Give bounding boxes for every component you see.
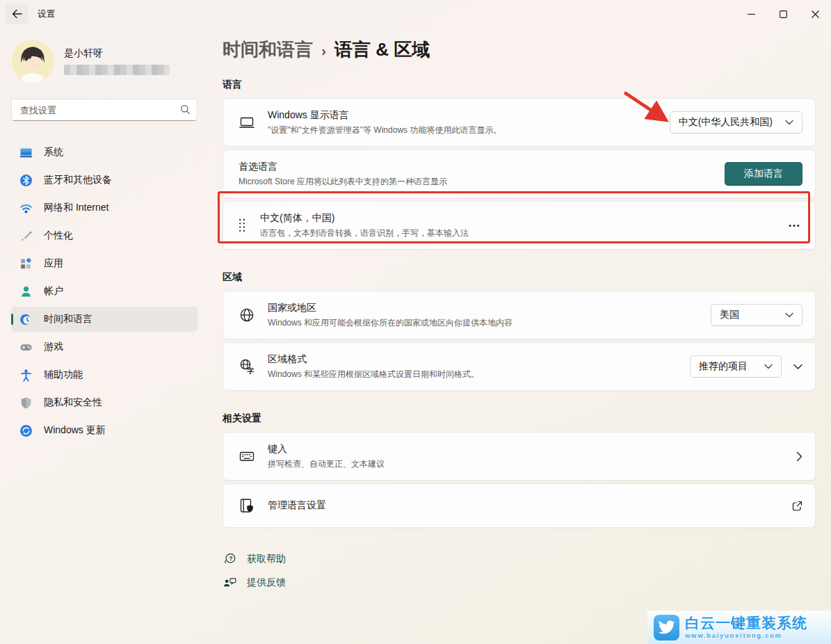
- back-arrow-icon: [12, 9, 22, 19]
- keyboard-icon: [239, 448, 257, 465]
- sidebar-item-label: 蓝牙和其他设备: [44, 174, 112, 186]
- display-language-value: 中文(中华人民共和国): [679, 116, 773, 129]
- display-icon: [239, 114, 257, 131]
- regional-format-card: 字 区域格式 Windows 和某些应用根据区域格式设置日期和时间格式。 推荐的…: [223, 342, 816, 391]
- preferred-language-card: 首选语言 Microsoft Store 应用将以此列表中支持的第一种语言显示 …: [223, 150, 816, 198]
- help-links: ? 获取帮助 提供反馈: [223, 552, 816, 590]
- chevron-down-icon: [764, 364, 773, 369]
- maximize-icon: [780, 10, 787, 18]
- breadcrumb: 时间和语言 › 语言 & 区域: [223, 38, 816, 62]
- search-icon: [180, 104, 191, 118]
- svg-text:?: ?: [229, 555, 233, 562]
- sidebar-item-system[interactable]: 系统: [11, 140, 197, 165]
- add-language-button[interactable]: 添加语言: [725, 162, 802, 186]
- admin-language-title: 管理语言设置: [268, 499, 784, 512]
- maximize-button[interactable]: [767, 0, 799, 28]
- close-icon: [812, 10, 819, 18]
- paintbrush-icon: [19, 230, 33, 243]
- breadcrumb-parent[interactable]: 时间和语言: [223, 38, 313, 62]
- typing-card[interactable]: 键入 拼写检查、自动更正、文本建议: [223, 432, 816, 481]
- twitter-bird-icon: [654, 615, 679, 641]
- get-help-link[interactable]: ? 获取帮助: [223, 552, 286, 566]
- language-item-title: 中文(简体，中国): [260, 212, 786, 225]
- sidebar-item-label: 系统: [44, 146, 63, 159]
- sidebar-item-label: 个性化: [44, 230, 73, 242]
- search-box: [11, 99, 197, 121]
- country-region-value: 美国: [720, 309, 739, 321]
- update-icon: [19, 424, 33, 437]
- sidebar-item-bluetooth-devices[interactable]: 蓝牙和其他设备: [11, 168, 197, 193]
- language-item-card[interactable]: 中文(简体，中国) 语言包，文本到语音转换，语音识别，手写，基本输入法: [223, 201, 816, 250]
- sidebar-item-gaming[interactable]: 游戏: [11, 335, 197, 360]
- display-language-title: Windows 显示语言: [268, 109, 670, 122]
- sidebar-item-label: 时间和语言: [44, 313, 92, 325]
- typing-subtitle: 拼写检查、自动更正、文本建议: [268, 458, 788, 470]
- watermark: 白云一键重装系统 www.baiyunxitong.com: [647, 611, 831, 644]
- regional-format-subtitle: Windows 和某些应用根据区域格式设置日期和时间格式。: [268, 369, 690, 380]
- globe-icon: [239, 307, 257, 323]
- sidebar: 是小轩呀 系统 蓝牙和其他设备 网络和 Internet: [0, 28, 209, 590]
- expand-card-button[interactable]: [793, 364, 802, 370]
- shield-icon: [19, 396, 33, 410]
- sidebar-item-accounts[interactable]: 帐户: [11, 279, 197, 304]
- search-input[interactable]: [11, 99, 197, 121]
- watermark-title: 白云一键重装系统: [685, 615, 807, 631]
- sidebar-item-personalization[interactable]: 个性化: [11, 223, 197, 248]
- watermark-url: www.baiyunxitong.com: [685, 631, 807, 639]
- close-button[interactable]: [799, 0, 831, 28]
- sidebar-item-label: 网络和 Internet: [44, 202, 108, 214]
- feedback-link[interactable]: 提供反馈: [223, 575, 286, 590]
- sidebar-item-label: 辅助功能: [44, 369, 83, 381]
- back-button[interactable]: [6, 3, 28, 24]
- add-language-label: 添加语言: [744, 168, 783, 180]
- country-region-subtitle: Windows 和应用可能会根据你所在的国家或地区向你提供本地内容: [268, 317, 711, 329]
- sidebar-item-label: 游戏: [44, 341, 63, 353]
- wifi-icon: [19, 202, 33, 215]
- regional-format-dropdown[interactable]: 推荐的项目: [690, 355, 782, 378]
- chevron-down-icon: [785, 120, 793, 125]
- sidebar-item-accessibility[interactable]: 辅助功能: [11, 362, 197, 387]
- language-item-subtitle: 语言包，文本到语音转换，语音识别，手写，基本输入法: [260, 227, 786, 239]
- svg-text:字: 字: [247, 367, 255, 375]
- window-title: 设置: [38, 8, 55, 20]
- user-profile[interactable]: 是小轩呀: [11, 35, 197, 88]
- get-help-label: 获取帮助: [247, 553, 286, 565]
- bluetooth-icon: [19, 174, 33, 187]
- sidebar-item-label: 应用: [44, 257, 63, 270]
- accessibility-person-icon: [19, 369, 33, 382]
- feedback-icon: [223, 575, 238, 590]
- typing-title: 键入: [268, 443, 788, 456]
- region-format-icon: 字: [239, 358, 257, 375]
- sidebar-item-network[interactable]: 网络和 Internet: [11, 195, 197, 220]
- system-icon: [19, 146, 33, 159]
- country-region-title: 国家或地区: [268, 302, 711, 314]
- help-question-icon: ?: [223, 552, 238, 566]
- gamepad-icon: [19, 341, 33, 354]
- sidebar-item-label: 隐私和安全性: [44, 396, 102, 409]
- feedback-label: 提供反馈: [247, 577, 286, 589]
- person-icon: [19, 285, 33, 298]
- drag-handle-icon[interactable]: [239, 218, 245, 233]
- more-options-button[interactable]: [786, 220, 802, 232]
- display-language-card: Windows 显示语言 "设置"和"文件资源管理器"等 Windows 功能将…: [223, 98, 816, 147]
- external-link-icon: [792, 501, 802, 511]
- admin-language-card[interactable]: 管理语言设置: [223, 483, 816, 528]
- country-region-dropdown[interactable]: 美国: [711, 304, 802, 326]
- chevron-down-icon: [793, 364, 802, 370]
- sidebar-item-time-language[interactable]: 时间和语言: [11, 307, 197, 332]
- preferred-language-subtitle: Microsoft Store 应用将以此列表中支持的第一种语言显示: [239, 176, 725, 188]
- regional-format-value: 推荐的项目: [699, 360, 748, 373]
- main-content: 时间和语言 › 语言 & 区域 语言 Windows 显示语言 "设置"和"文件…: [209, 28, 831, 590]
- preferred-language-title: 首选语言: [239, 161, 725, 173]
- more-icon: [789, 224, 800, 227]
- sidebar-item-apps[interactable]: 应用: [11, 251, 197, 276]
- sidebar-item-privacy-security[interactable]: 隐私和安全性: [11, 390, 197, 415]
- chevron-down-icon: [785, 312, 793, 318]
- section-label-region: 区域: [223, 271, 816, 284]
- sidebar-item-windows-update[interactable]: Windows 更新: [11, 418, 197, 443]
- minimize-button[interactable]: [735, 0, 767, 28]
- breadcrumb-separator: ›: [321, 40, 326, 59]
- sidebar-nav: 系统 蓝牙和其他设备 网络和 Internet 个性化 应用 帐户: [11, 140, 197, 443]
- display-language-dropdown[interactable]: 中文(中华人民共和国): [670, 111, 802, 134]
- user-name: 是小轩呀: [64, 47, 170, 60]
